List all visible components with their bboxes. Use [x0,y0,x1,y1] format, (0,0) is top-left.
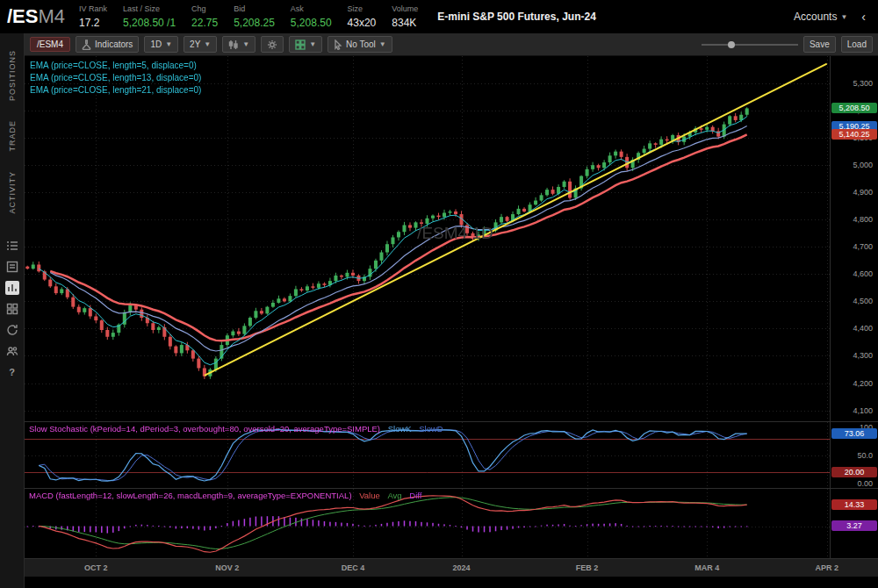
volume-value: 834K [392,17,416,29]
time-axis-label: MAR 4 [694,563,719,572]
chevron-down-icon: ▼ [309,40,316,48]
watchlist-icon[interactable] [5,239,19,253]
bid-label: Bid [234,4,275,14]
bottom-filler [25,577,878,588]
aggregation-value: 1D [150,39,162,49]
field-volume: Volume 834K [392,4,418,30]
macd-value-legend: Value [359,491,380,500]
field-ask: Ask 5,208.50 [291,4,332,30]
stochastic-axis-label: 50.0 [857,451,873,460]
stochastic-title-row: Slow Stochastic (kPeriod=14, dPeriod=3, … [29,424,443,434]
price-axis-label: 4,200 [853,379,873,388]
time-axis-label: FEB 2 [576,563,599,572]
price-badge: 5,140.25 [831,129,877,140]
stochastic-axis-label: 0.00 [857,479,873,488]
price-axis-label: 5,000 [853,161,873,169]
size-label: Size [348,4,377,14]
stochastic-badge: 73.06 [831,428,877,439]
time-axis-label: 2024 [453,563,471,572]
macd-panel: MACD (fastLength=12, slowLength=26, macd… [25,488,878,558]
history-refresh-icon[interactable] [5,323,19,337]
sidebar-tab-trade[interactable]: TRADE [8,120,17,152]
share-users-icon[interactable] [5,344,19,358]
candlestick-icon [228,39,239,50]
chevron-down-icon: ▼ [840,13,847,21]
ask-value: 5,208.50 [291,17,332,29]
price-axis-label: 4,300 [853,351,873,360]
aggregation-dropdown[interactable]: 1D ▼ [144,36,178,53]
layout-grid-icon [295,39,306,50]
layout-grid-dropdown[interactable]: ▼ [289,36,322,53]
price-axis: 5,3005,2005,1005,0004,9004,8004,7004,600… [830,56,878,421]
field-iv-rank: IV Rank 17.2 [79,4,107,30]
field-last-size: Last / Size 5,208.50 /1 [123,4,176,30]
slowk-legend: SlowK [388,424,412,434]
macd-badge: 3.27 [831,520,877,531]
grid-apps-icon[interactable] [5,302,19,316]
price-axis-label: 4,900 [853,188,873,197]
bid-value: 5,208.25 [234,17,275,29]
macd-title-row: MACD (fastLength=12, slowLength=26, macd… [29,491,421,500]
top-header: /ESM4 IV Rank 17.2 Last / Size 5,208.50 … [0,0,878,33]
flask-icon [82,39,91,50]
symbol-suffix: M4 [38,5,65,27]
ask-label: Ask [291,4,332,14]
stochastic-axis: 10050.00.0073.0620.00 [830,422,878,488]
range-dropdown[interactable]: 2Y ▼ [184,36,217,53]
chart-icon[interactable] [5,281,19,295]
accounts-label: Accounts [794,11,837,23]
left-sidebar: POSITIONS TRADE ACTIVITY ? [0,33,25,588]
slowd-legend: SlowD [419,424,443,434]
chg-label: Chg [191,4,218,14]
price-axis-label: 4,800 [853,215,873,224]
symbol-root: /ES [7,5,38,27]
chevron-down-icon: ▼ [242,40,249,48]
volume-label: Volume [392,4,418,14]
size-value: 43x20 [348,17,377,29]
field-bid: Bid 5,208.25 [234,4,275,30]
symbol-badge[interactable]: /ESM4 [30,37,70,52]
field-chg: Chg 22.75 [191,4,218,30]
load-button[interactable]: Load [841,36,873,53]
drawing-tool-dropdown[interactable]: No Tool ▼ [327,36,392,53]
gear-icon [267,39,277,50]
ema21-label: EMA (price=CLOSE, length=21, displace=0) [30,84,201,97]
sidebar-tab-activity[interactable]: ACTIVITY [8,171,17,214]
sidebar-tab-positions[interactable]: POSITIONS [8,50,17,101]
range-value: 2Y [190,39,200,49]
price-axis-label: 4,600 [853,269,873,278]
collapse-panel-button[interactable]: ‹ [856,8,871,25]
time-axis-label: DEC 4 [342,563,365,572]
orders-list-icon[interactable] [5,260,19,274]
price-axis-label: 4,700 [853,242,873,251]
last-size-value: 5,208.50 /1 [123,17,176,29]
macd-axis: 14.333.27 [830,489,878,558]
save-button[interactable]: Save [803,36,836,53]
indicators-button[interactable]: Indicators [76,36,139,53]
field-size: Size 43x20 [348,4,377,30]
ema13-label: EMA (price=CLOSE, length=13, displace=0) [30,72,201,84]
price-axis-label: 5,300 [853,79,873,88]
chart-watermark: /ESM4 1D [417,224,493,243]
help-icon[interactable]: ? [5,365,19,379]
chart-type-dropdown[interactable]: ▼ [222,36,255,53]
iv-rank-value: 17.2 [79,17,99,29]
last-size-label: Last / Size [123,4,176,14]
slider-knob[interactable] [728,41,735,48]
time-axis-label: APR 2 [815,563,838,572]
time-axis-label: NOV 2 [215,563,239,572]
stochastic-badge: 20.00 [831,467,877,477]
macd-diff-legend: Diff [409,491,421,500]
indicators-label: Indicators [95,39,133,49]
tool-label: No Tool [346,39,376,49]
help-label: ? [9,367,15,377]
time-axis[interactable]: OCT 2NOV 2DEC 42024FEB 2MAR 4APR 2 [25,558,878,577]
stochastic-title: Slow Stochastic (kPeriod=14, dPeriod=3, … [29,424,380,434]
accounts-menu[interactable]: Accounts ▼ [794,11,847,23]
price-badge: 5,208.50 [831,103,877,113]
zoom-slider[interactable] [702,36,798,53]
chart-settings-button[interactable] [261,36,284,53]
instrument-description: E-mini S&P 500 Futures, Jun-24 [437,11,596,23]
iv-rank-label: IV Rank [79,4,107,14]
study-labels: EMA (price=CLOSE, length=5, displace=0) … [30,60,201,97]
